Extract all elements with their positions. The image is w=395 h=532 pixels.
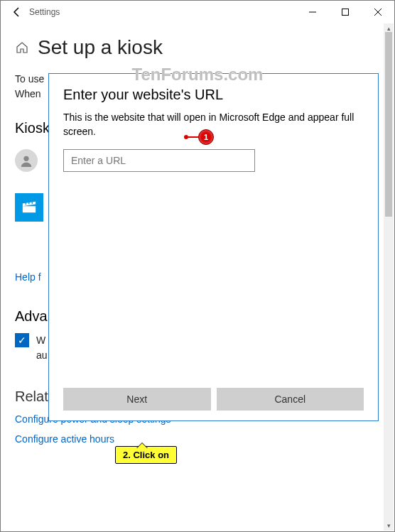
home-icon[interactable] xyxy=(15,40,29,55)
window-title: Settings xyxy=(29,7,60,17)
svg-rect-1 xyxy=(342,9,349,16)
svg-point-4 xyxy=(23,156,28,161)
svg-rect-7 xyxy=(32,202,33,204)
svg-rect-6 xyxy=(28,202,29,205)
related-link-hours[interactable]: Configure active hours xyxy=(15,433,380,445)
maximize-button[interactable] xyxy=(329,1,362,23)
url-input[interactable] xyxy=(63,149,255,172)
page-title-row: Set up a kiosk xyxy=(15,36,380,59)
back-button[interactable] xyxy=(6,6,28,18)
minimize-button[interactable] xyxy=(296,1,329,23)
dialog-description: This is the website that will open in Mi… xyxy=(63,110,364,139)
settings-window: Settings Set up a kiosk To use When Kios… xyxy=(0,0,395,532)
url-dialog: Enter your website's URL This is the web… xyxy=(48,73,379,421)
close-button[interactable] xyxy=(362,1,394,23)
annotation-step2: 2. Click on xyxy=(115,446,177,464)
scrollbar[interactable]: ▴ ▾ xyxy=(384,23,394,531)
avatar xyxy=(15,149,38,172)
dialog-buttons: Next Cancel xyxy=(63,388,364,411)
cancel-button[interactable]: Cancel xyxy=(217,388,364,411)
scroll-down-arrow[interactable]: ▾ xyxy=(384,521,394,531)
page-title: Set up a kiosk xyxy=(38,36,163,59)
dialog-title: Enter your website's URL xyxy=(63,87,364,103)
movies-tile[interactable] xyxy=(15,193,43,222)
checkbox-label: W au xyxy=(36,333,48,363)
next-button[interactable]: Next xyxy=(63,388,211,411)
svg-rect-5 xyxy=(26,202,26,205)
window-controls xyxy=(296,1,394,23)
checkbox[interactable]: ✓ xyxy=(15,333,29,347)
scroll-thumb[interactable] xyxy=(385,32,392,217)
titlebar: Settings xyxy=(1,1,394,23)
